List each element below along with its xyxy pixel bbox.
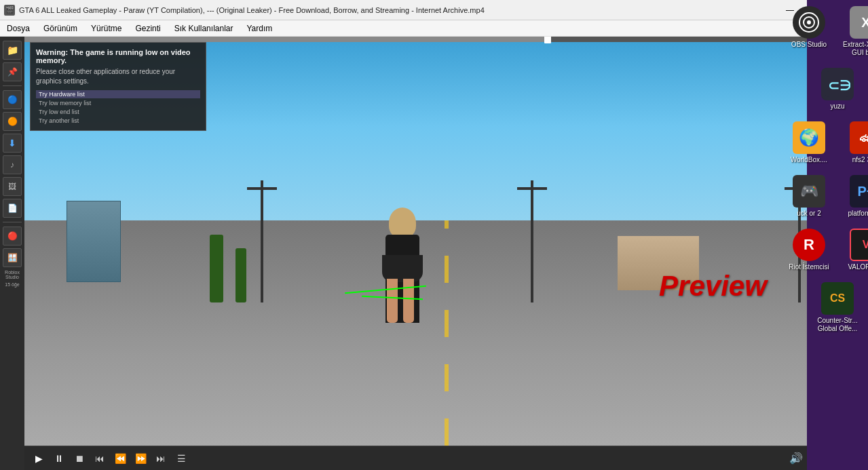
desktop-icon-platform[interactable]: P+ platform+t... xyxy=(839,172,868,220)
warning-body: Please close other applications or reduc… xyxy=(36,67,200,86)
char-skirt xyxy=(382,255,423,282)
main-area: Preview Warning: The game is running low… xyxy=(24,37,868,470)
prev-button[interactable]: ⏮ xyxy=(91,450,109,467)
desktop-row-3: 🌍 WorldBox.... 🏎 nfs2 3dfx xyxy=(782,119,868,167)
right-desktop-panel: OBS Studio X Extract-XISO -- GUI by ... … xyxy=(807,0,868,470)
desktop-icon-ruck[interactable]: 🎮 uck or 2 xyxy=(782,172,836,220)
char-head xyxy=(389,208,416,238)
palm-tree-2 xyxy=(235,248,246,302)
platform-label: platform+t... xyxy=(848,210,868,218)
desktop-row-5: R Riot İstemcisi V VALORANT xyxy=(782,226,868,274)
window-title: GTA 6 ALL Leaked Gameplay - Paraw (YT Co… xyxy=(19,6,774,14)
desktop-icon-nfs2[interactable]: 🏎 nfs2 3dfx xyxy=(839,119,868,167)
character xyxy=(379,187,426,323)
left-sidebar: 📁 📌 🔵 🟠 ⬇ ♪ 🖼 📄 🔴 🪟 Roblox Studio 15 öğe xyxy=(0,37,24,470)
power-pole-center xyxy=(531,180,533,302)
char-legs xyxy=(387,279,414,323)
power-pole-left xyxy=(261,180,263,302)
app-icon: 🎬 xyxy=(4,5,15,16)
sidebar-orange1[interactable]: 🟠 xyxy=(3,112,22,131)
desktop-row-1: OBS Studio X Extract-XISO -- GUI by ... xyxy=(782,3,868,60)
yuzu-label: yuzu xyxy=(830,102,844,111)
menu-yurutme[interactable]: Yürütme xyxy=(84,20,128,36)
char-leg-right xyxy=(403,279,414,323)
obs-icon xyxy=(793,6,825,39)
preview-text: Preview xyxy=(659,270,767,302)
desktop-icon-worldbox[interactable]: 🌍 WorldBox.... xyxy=(782,119,836,167)
svg-text:⊂∋: ⊂∋ xyxy=(828,78,850,93)
sidebar-blue1[interactable]: 🔵 xyxy=(3,90,22,109)
obs-label: OBS Studio xyxy=(791,41,827,49)
volume-icon: 🔊 xyxy=(789,452,803,465)
svg-point-2 xyxy=(807,20,811,24)
ruck-img: 🎮 xyxy=(793,175,825,208)
video-seekbar[interactable] xyxy=(24,37,868,42)
desktop-icon-cs[interactable]: CS Counter-Str... Global Offe... xyxy=(810,279,865,336)
sidebar-window[interactable]: 🪟 xyxy=(3,248,22,267)
warning-menu-item-4[interactable]: Try another list xyxy=(36,117,200,125)
forward-button[interactable]: ⏩ xyxy=(132,450,149,467)
worldbox-label: WorldBox.... xyxy=(791,156,827,164)
play-button[interactable]: ▶ xyxy=(30,450,48,467)
riot-img: R xyxy=(793,229,825,261)
video-container[interactable]: Preview Warning: The game is running low… xyxy=(24,37,868,446)
warning-box: Warning: The game is running low on vide… xyxy=(30,42,206,131)
road-center-line xyxy=(445,220,449,446)
platform-img: P+ xyxy=(850,175,868,208)
warning-menu-list: Try Hardware list Try low memory list Tr… xyxy=(36,90,200,125)
menu-bar: Dosya Görünüm Yürütme Gezinti Sık Kullan… xyxy=(0,20,868,37)
warning-title: Warning: The game is running low on vide… xyxy=(36,48,200,64)
warning-menu-item-2[interactable]: Try low memory list xyxy=(36,99,200,107)
menu-gorunum[interactable]: Görünüm xyxy=(37,20,84,36)
video-frame: Preview Warning: The game is running low… xyxy=(24,37,868,446)
warning-menu-item-1[interactable]: Try Hardware list xyxy=(36,90,200,98)
desktop-icon-valorant[interactable]: V VALORANT xyxy=(839,226,868,274)
rewind-button[interactable]: ⏪ xyxy=(111,450,129,467)
desktop-icon-riot[interactable]: R Riot İstemcisi xyxy=(782,226,836,274)
sidebar-download[interactable]: ⬇ xyxy=(3,134,22,153)
valorant-label: VALORANT xyxy=(848,263,868,271)
sidebar-roblox-label: Roblox Studio xyxy=(1,269,24,280)
stop-button[interactable]: ⏹ xyxy=(71,450,88,467)
sidebar-red1[interactable]: 🔴 xyxy=(3,227,22,246)
items-count-label: 15 öğe xyxy=(1,281,24,288)
video-progress-fill xyxy=(24,37,548,42)
sidebar-divider-2 xyxy=(3,222,22,222)
nfs2-img: 🏎 xyxy=(850,121,868,154)
controls-bar: ▶ ⏸ ⏹ ⏮ ⏪ ⏩ ⏭ ☰ 🔊 ▲ xyxy=(24,446,868,470)
char-leg-left xyxy=(387,279,398,323)
xiso-icon: X xyxy=(850,6,868,39)
title-bar: 🎬 GTA 6 ALL Leaked Gameplay - Paraw (YT … xyxy=(0,0,868,20)
sidebar-pin[interactable]: 📌 xyxy=(3,62,22,81)
palm-tree xyxy=(210,235,223,302)
valorant-img: V xyxy=(850,229,868,261)
sidebar-music[interactable]: ♪ xyxy=(3,155,22,174)
playlist-button[interactable]: ☰ xyxy=(172,450,190,467)
nfs2-label: nfs2 3dfx xyxy=(852,156,868,164)
sidebar-folder[interactable]: 📁 xyxy=(3,41,22,60)
sidebar-divider-1 xyxy=(3,85,22,86)
xiso-label: Extract-XISO -- GUI by ... xyxy=(840,41,868,57)
warning-menu-item-3[interactable]: Try low end list xyxy=(36,108,200,116)
menu-gezinti[interactable]: Gezinti xyxy=(128,20,167,36)
desktop-icon-yuzu[interactable]: ⊂∋ yuzu xyxy=(810,65,865,113)
pause-button[interactable]: ⏸ xyxy=(50,450,68,467)
building-left xyxy=(67,201,121,282)
road-bg xyxy=(24,220,868,446)
video-seekbar-thumb[interactable] xyxy=(544,37,551,43)
next-button[interactable]: ⏭ xyxy=(152,450,170,467)
worldbox-img: 🌍 xyxy=(793,121,825,154)
riot-label: Riot İstemcisi xyxy=(789,263,829,271)
desktop-icon-obs[interactable]: OBS Studio xyxy=(782,3,836,60)
sidebar-doc[interactable]: 📄 xyxy=(3,199,22,218)
desktop-icon-extract-xiso[interactable]: X Extract-XISO -- GUI by ... xyxy=(839,3,868,60)
sidebar-image[interactable]: 🖼 xyxy=(3,177,22,196)
menu-dosya[interactable]: Dosya xyxy=(0,20,37,36)
menu-sik[interactable]: Sık Kullanılanlar xyxy=(168,20,240,36)
cs-img: CS xyxy=(821,282,854,315)
yuzu-img: ⊂∋ xyxy=(821,68,854,100)
menu-yardim[interactable]: Yardım xyxy=(240,20,279,36)
ruck-label: uck or 2 xyxy=(797,210,821,218)
cs-label: Counter-Str... Global Offe... xyxy=(812,317,863,333)
desktop-row-4: 🎮 uck or 2 P+ platform+t... xyxy=(782,172,868,220)
